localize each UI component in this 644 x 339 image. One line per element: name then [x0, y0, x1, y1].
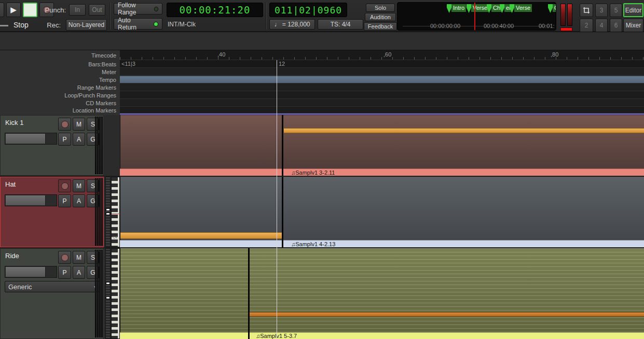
ruler-label-bars-beats[interactable]: Bars:Beats	[0, 61, 118, 67]
gain-fader[interactable]	[5, 266, 57, 278]
playlist-button[interactable]: P	[58, 266, 71, 279]
record-arm-icon	[61, 182, 68, 190]
automation-button[interactable]: A	[73, 266, 85, 279]
track-name[interactable]: Kick 1	[5, 119, 23, 126]
timecode-ruler[interactable]: ,40 ,60 ,80	[120, 50, 644, 60]
mute-button[interactable]: M	[73, 179, 85, 192]
region-boundary[interactable]	[248, 248, 250, 339]
crop-icon	[583, 7, 590, 14]
tempo-button[interactable]: ♩ = 128,000	[269, 19, 315, 30]
timeline-marker[interactable]: Intro	[447, 4, 466, 13]
sync-source-button[interactable]: INT/M-Clk	[168, 21, 196, 28]
region-name-bar-kick[interactable]: ♫Samplv1 3-2.11	[120, 168, 644, 176]
ruler-label-timecode[interactable]: Timecode	[0, 52, 118, 59]
track-name[interactable]: Hat	[5, 180, 16, 188]
mini-timeline[interactable]: Intro Verse Ch er Verse C 00:00:00:00 00…	[397, 2, 556, 31]
mixer-tab-button[interactable]: Mixer	[623, 19, 643, 32]
punch-out-button[interactable]: Out	[89, 4, 105, 16]
primary-clock[interactable]: 00:00:21:20	[167, 3, 263, 17]
gain-fader[interactable]	[5, 133, 57, 145]
cd-markers-ruler[interactable]	[120, 99, 644, 107]
midi-region-kick[interactable]	[120, 115, 644, 168]
record-arm-button[interactable]	[58, 118, 71, 131]
punch-in-button[interactable]: In	[69, 4, 86, 16]
playhead[interactable]	[277, 60, 277, 339]
scroomer-handle[interactable]	[106, 208, 110, 211]
ruler-label-meter[interactable]: Meter	[0, 69, 118, 75]
track-header-hat[interactable]: Hat M S P A G	[0, 177, 104, 247]
track-header-kick[interactable]: Kick 1 M S P A G	[0, 115, 104, 176]
ardour-editor-window: ▶ Stop Punch: In Out Rec: Non-Layered Fo…	[0, 0, 644, 339]
piano-keyboard[interactable]: C4	[111, 177, 120, 247]
secondary-clock[interactable]: 011|02|0960	[269, 3, 347, 17]
track-meter	[95, 117, 103, 174]
loop-punch-ruler[interactable]	[120, 91, 644, 99]
editor-tab-button[interactable]: Editor	[623, 3, 643, 17]
window-button-4[interactable]: 4	[595, 19, 608, 32]
marker-flag-icon	[510, 4, 514, 13]
patch-selector-dropdown[interactable]: Generic▾	[5, 281, 100, 292]
midi-scroomer[interactable]	[105, 177, 111, 247]
midi-note[interactable]	[250, 312, 644, 317]
solo-button[interactable]: Solo	[366, 4, 395, 12]
midi-note[interactable]	[120, 232, 282, 239]
midi-scroomer[interactable]	[105, 248, 111, 339]
track-meter	[95, 178, 103, 246]
ruler-label-location-markers[interactable]: Location Markers	[0, 107, 118, 114]
scroomer-handle[interactable]	[106, 282, 110, 285]
gain-fader[interactable]	[5, 194, 57, 206]
playlist-button[interactable]: P	[58, 194, 71, 207]
automation-button[interactable]: A	[73, 133, 85, 146]
timeline-marker[interactable]: Verse	[467, 4, 489, 13]
scroomer-handle[interactable]	[106, 213, 110, 215]
follow-range-toggle[interactable]: Follow Range	[114, 3, 162, 15]
scroomer-handle[interactable]	[106, 296, 110, 299]
audition-button[interactable]: Audition	[365, 13, 396, 21]
ruler-area: Timecode Bars:Beats Meter Tempo Range Ma…	[0, 50, 644, 115]
record-arm-button[interactable]	[58, 251, 71, 264]
window-button-3[interactable]: 3	[595, 4, 608, 17]
timeline-marker[interactable]: C	[548, 4, 556, 13]
bars-beats-ruler[interactable]: <11|3 12	[120, 60, 644, 68]
midi-panic-button[interactable]	[0, 3, 4, 17]
midi-note[interactable]	[284, 128, 644, 133]
region-name-bar-ride[interactable]: ♫Samplv1 5-3.7	[120, 332, 644, 339]
range-markers-ruler[interactable]	[120, 83, 644, 91]
auto-return-toggle[interactable]: Auto Return	[114, 18, 162, 30]
track-name[interactable]: Ride	[5, 252, 19, 260]
window-button-6[interactable]: 6	[610, 19, 622, 32]
tempo-ruler[interactable]	[120, 76, 644, 83]
ruler-label-range-markers[interactable]: Range Markers	[0, 84, 118, 91]
track-header-ride[interactable]: Ride M S P A G Generic▾	[0, 248, 104, 339]
ruler-label-loop-punch[interactable]: Loop/Punch Ranges	[0, 92, 118, 98]
region-boundary[interactable]	[282, 115, 283, 176]
piano-keyboard[interactable]	[111, 248, 120, 339]
timeline-marker[interactable]: Verse	[510, 4, 532, 13]
edit-window-button[interactable]	[580, 4, 593, 17]
region-boundary[interactable]	[282, 177, 283, 247]
time-signature-button[interactable]: TS: 4/4	[318, 19, 363, 30]
ruler-label-tempo[interactable]: Tempo	[0, 77, 118, 83]
mute-button[interactable]: M	[73, 251, 85, 264]
region-name-bar-hat[interactable]: ♫Samplv1 4-2.13	[120, 240, 644, 247]
timecode-mark: ,80	[551, 51, 558, 58]
window-button-2[interactable]: 2	[580, 19, 593, 32]
playlist-button[interactable]: P	[58, 133, 71, 146]
record-arm-button[interactable]	[58, 179, 71, 192]
midi-region-ride[interactable]	[120, 248, 644, 332]
window-button-5[interactable]: 5	[610, 4, 622, 17]
timecode-ticks	[120, 57, 644, 60]
rec-label: Rec:	[31, 21, 61, 29]
shuttle-handle[interactable]	[0, 25, 8, 26]
automation-button[interactable]: A	[73, 194, 85, 207]
feedback-button[interactable]: Feedback	[364, 22, 397, 31]
meter-ruler[interactable]	[120, 68, 644, 76]
ruler-label-cd-markers[interactable]: CD Markers	[0, 100, 118, 106]
play-button[interactable]: ▶	[6, 3, 21, 17]
record-mode-button[interactable]: Non-Layered	[66, 19, 107, 31]
clip-indicator[interactable]	[560, 27, 572, 31]
mute-button[interactable]: M	[73, 118, 85, 131]
region-name: ♫Samplv1 3-2.11	[120, 170, 335, 176]
midi-region-hat[interactable]	[120, 177, 644, 240]
location-markers-ruler[interactable]	[120, 107, 644, 114]
